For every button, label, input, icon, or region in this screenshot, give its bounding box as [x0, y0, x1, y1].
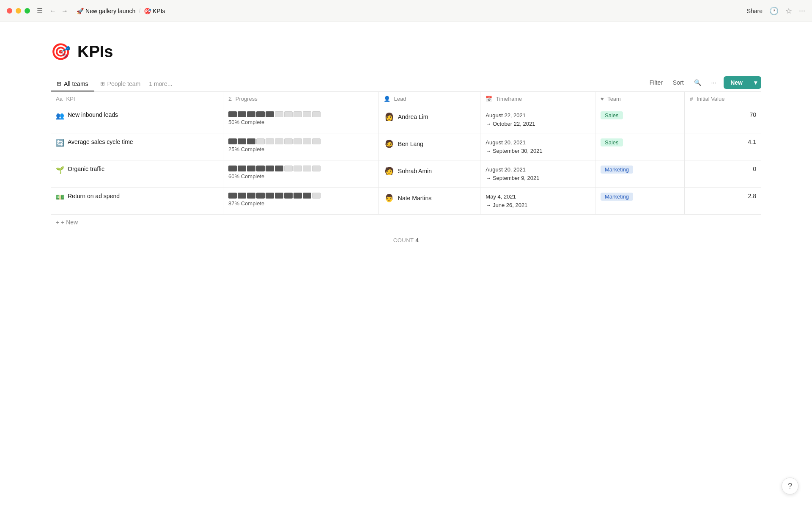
- lead-name: Nate Martins: [398, 195, 431, 202]
- progress-block: [238, 111, 246, 117]
- progress-block: [256, 166, 265, 171]
- progress-cell: 87% Complete: [223, 188, 379, 215]
- tab-more[interactable]: 1 more...: [146, 77, 175, 91]
- lead-cell: 👩 Andrea Lim: [378, 106, 480, 133]
- star-button[interactable]: ☆: [785, 6, 792, 16]
- maximize-button[interactable]: [25, 8, 30, 14]
- table-wrap: Aa KPI Σ Progress 👤 Lead 📅 Timeframe: [51, 92, 761, 247]
- table-row[interactable]: 🌱 Organic traffic 60% Complete 🧑 Sohrab …: [51, 160, 761, 188]
- tab-all-teams[interactable]: ⊞ All teams: [51, 77, 94, 91]
- menu-icon[interactable]: ☰: [37, 7, 43, 15]
- progress-block: [228, 138, 237, 144]
- minimize-button[interactable]: [16, 8, 21, 14]
- col-header-initial-value: # Initial Value: [685, 92, 761, 106]
- progress-block: [247, 138, 255, 144]
- timeframe-value: August 22, 2021 → October 22, 2021: [486, 111, 590, 128]
- table-more-button[interactable]: ···: [709, 77, 719, 88]
- kpi-icon: 🌱: [56, 166, 64, 174]
- kpi-cell: 🔄 Average sales cycle time: [51, 133, 223, 160]
- table-row[interactable]: 🔄 Average sales cycle time 25% Complete …: [51, 133, 761, 160]
- initial-col-icon: #: [690, 96, 693, 102]
- progress-block: [312, 166, 321, 171]
- progress-cell: 25% Complete: [223, 133, 379, 160]
- progress-pct: 25% Complete: [228, 146, 373, 152]
- count-value: 4: [415, 237, 419, 243]
- team-badge: Sales: [601, 138, 623, 146]
- progress-pct: 50% Complete: [228, 119, 373, 125]
- breadcrumb-separator: /: [139, 8, 140, 14]
- main-content: 🎯 KPIs ⊞ All teams ⊞ People team 1 more.…: [0, 22, 812, 264]
- close-button[interactable]: [7, 8, 12, 14]
- progress-block: [284, 193, 293, 199]
- filter-button[interactable]: Filter: [647, 77, 665, 88]
- lead-name: Sohrab Amin: [398, 168, 432, 174]
- count-label: COUNT: [393, 237, 414, 243]
- initial-value-cell: 4.1: [685, 133, 761, 160]
- initial-value-cell: 0: [685, 160, 761, 188]
- kpi-table: Aa KPI Σ Progress 👤 Lead 📅 Timeframe: [51, 92, 761, 215]
- table-row[interactable]: 💵 Return on ad spend 87% Complete 👨 Nate…: [51, 188, 761, 215]
- progress-block: [238, 138, 246, 144]
- lead-col-label: Lead: [394, 96, 406, 102]
- timeframe-cell: August 22, 2021 → October 22, 2021: [480, 106, 595, 133]
- progress-block: [275, 138, 283, 144]
- new-button[interactable]: New ▾: [724, 76, 761, 89]
- breadcrumb: 🚀 New gallery launch / 🎯 KPIs: [77, 8, 747, 14]
- avatar: 🧔: [384, 138, 395, 149]
- progress-block: [266, 166, 274, 171]
- tab-all-teams-label: All teams: [64, 80, 88, 87]
- timeframe-cell: May 4, 2021 → June 26, 2021: [480, 188, 595, 215]
- lead-col-icon: 👤: [384, 96, 390, 102]
- progress-block: [294, 111, 302, 117]
- team-cell: Sales: [595, 133, 685, 160]
- sort-button[interactable]: Sort: [670, 77, 686, 88]
- progress-block: [247, 166, 255, 171]
- add-new-row[interactable]: + + New: [51, 215, 761, 230]
- progress-block: [275, 111, 283, 117]
- tab-people-team-label: People team: [107, 80, 141, 87]
- search-icon: 🔍: [694, 79, 701, 86]
- progress-block: [256, 138, 265, 144]
- search-button[interactable]: 🔍: [691, 77, 704, 88]
- kpi-name: Return on ad spend: [68, 193, 120, 199]
- tab-grid-icon-2: ⊞: [100, 80, 105, 87]
- history-button[interactable]: 🕐: [769, 6, 779, 16]
- team-cell: Marketing: [595, 188, 685, 215]
- table-row[interactable]: 👥 New inbound leads 50% Complete 👩 Andre…: [51, 106, 761, 133]
- progress-block: [266, 138, 274, 144]
- progress-col-label: Progress: [236, 96, 258, 102]
- more-options-button[interactable]: ···: [799, 6, 805, 15]
- initial-col-label: Initial Value: [697, 96, 724, 102]
- tab-more-label: 1 more...: [149, 80, 172, 87]
- tab-people-team[interactable]: ⊞ People team: [94, 77, 147, 91]
- page-icon: 🎯: [51, 42, 71, 61]
- back-button[interactable]: ←: [48, 6, 58, 16]
- lead-name: Andrea Lim: [398, 113, 428, 120]
- team-badge: Marketing: [601, 166, 633, 174]
- progress-block: [275, 166, 283, 171]
- new-button-caret[interactable]: ▾: [750, 76, 761, 89]
- progress-block: [238, 193, 246, 199]
- count-row: COUNT 4: [51, 230, 761, 247]
- new-row-label: + New: [61, 219, 78, 226]
- share-button[interactable]: Share: [747, 8, 763, 14]
- team-col-icon: ♥: [601, 96, 604, 102]
- kpi-name: New inbound leads: [68, 111, 118, 118]
- progress-block: [247, 193, 255, 199]
- progress-block: [256, 193, 265, 199]
- breadcrumb-current[interactable]: 🎯 KPIs: [144, 8, 165, 14]
- team-cell: Marketing: [595, 160, 685, 188]
- kpi-cell: 👥 New inbound leads: [51, 106, 223, 133]
- breadcrumb-parent[interactable]: 🚀 New gallery launch: [77, 8, 135, 14]
- lead-cell: 👨 Nate Martins: [378, 188, 480, 215]
- timeframe-col-label: Timeframe: [496, 96, 522, 102]
- kpi-icon: 💵: [56, 193, 64, 201]
- progress-cell: 50% Complete: [223, 106, 379, 133]
- new-button-label: New: [724, 76, 749, 89]
- progress-pct: 87% Complete: [228, 200, 373, 207]
- progress-block: [303, 111, 311, 117]
- page-title: KPIs: [77, 43, 113, 61]
- initial-value-cell: 2.8: [685, 188, 761, 215]
- forward-button[interactable]: →: [60, 6, 70, 16]
- progress-block: [256, 111, 265, 117]
